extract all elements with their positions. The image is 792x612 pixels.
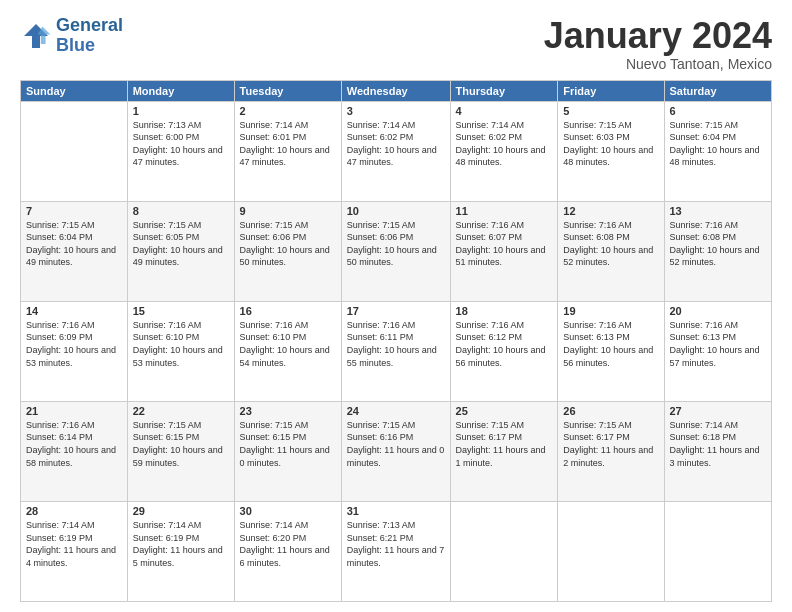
day-number: 5 bbox=[563, 105, 658, 117]
col-wednesday: Wednesday bbox=[341, 80, 450, 101]
calendar-cell: 9Sunrise: 7:15 AMSunset: 6:06 PMDaylight… bbox=[234, 201, 341, 301]
day-number: 22 bbox=[133, 405, 229, 417]
day-number: 29 bbox=[133, 505, 229, 517]
calendar-cell: 8Sunrise: 7:15 AMSunset: 6:05 PMDaylight… bbox=[127, 201, 234, 301]
day-number: 7 bbox=[26, 205, 122, 217]
day-info: Sunrise: 7:15 AMSunset: 6:04 PMDaylight:… bbox=[26, 219, 122, 269]
day-number: 13 bbox=[670, 205, 767, 217]
day-number: 6 bbox=[670, 105, 767, 117]
calendar-cell: 25Sunrise: 7:15 AMSunset: 6:17 PMDayligh… bbox=[450, 401, 558, 501]
day-info: Sunrise: 7:15 AMSunset: 6:15 PMDaylight:… bbox=[133, 419, 229, 469]
day-info: Sunrise: 7:15 AMSunset: 6:06 PMDaylight:… bbox=[240, 219, 336, 269]
day-info: Sunrise: 7:16 AMSunset: 6:08 PMDaylight:… bbox=[563, 219, 658, 269]
day-info: Sunrise: 7:14 AMSunset: 6:19 PMDaylight:… bbox=[26, 519, 122, 569]
calendar-cell: 28Sunrise: 7:14 AMSunset: 6:19 PMDayligh… bbox=[21, 501, 128, 601]
day-number: 15 bbox=[133, 305, 229, 317]
day-number: 30 bbox=[240, 505, 336, 517]
day-info: Sunrise: 7:16 AMSunset: 6:10 PMDaylight:… bbox=[133, 319, 229, 369]
calendar-cell: 21Sunrise: 7:16 AMSunset: 6:14 PMDayligh… bbox=[21, 401, 128, 501]
day-number: 20 bbox=[670, 305, 767, 317]
day-info: Sunrise: 7:14 AMSunset: 6:02 PMDaylight:… bbox=[347, 119, 445, 169]
day-info: Sunrise: 7:15 AMSunset: 6:16 PMDaylight:… bbox=[347, 419, 445, 469]
day-number: 26 bbox=[563, 405, 658, 417]
calendar-cell: 4Sunrise: 7:14 AMSunset: 6:02 PMDaylight… bbox=[450, 101, 558, 201]
calendar-cell: 27Sunrise: 7:14 AMSunset: 6:18 PMDayligh… bbox=[664, 401, 772, 501]
month-title: January 2024 bbox=[544, 16, 772, 56]
logo-line1: General bbox=[56, 15, 123, 35]
day-info: Sunrise: 7:16 AMSunset: 6:10 PMDaylight:… bbox=[240, 319, 336, 369]
calendar-cell bbox=[558, 501, 664, 601]
calendar-cell: 5Sunrise: 7:15 AMSunset: 6:03 PMDaylight… bbox=[558, 101, 664, 201]
day-number: 24 bbox=[347, 405, 445, 417]
day-number: 2 bbox=[240, 105, 336, 117]
calendar-cell: 6Sunrise: 7:15 AMSunset: 6:04 PMDaylight… bbox=[664, 101, 772, 201]
col-saturday: Saturday bbox=[664, 80, 772, 101]
calendar-cell: 12Sunrise: 7:16 AMSunset: 6:08 PMDayligh… bbox=[558, 201, 664, 301]
day-info: Sunrise: 7:15 AMSunset: 6:03 PMDaylight:… bbox=[563, 119, 658, 169]
col-tuesday: Tuesday bbox=[234, 80, 341, 101]
calendar-cell: 24Sunrise: 7:15 AMSunset: 6:16 PMDayligh… bbox=[341, 401, 450, 501]
day-number: 8 bbox=[133, 205, 229, 217]
calendar-week-0: 1Sunrise: 7:13 AMSunset: 6:00 PMDaylight… bbox=[21, 101, 772, 201]
calendar-cell: 3Sunrise: 7:14 AMSunset: 6:02 PMDaylight… bbox=[341, 101, 450, 201]
calendar-cell: 16Sunrise: 7:16 AMSunset: 6:10 PMDayligh… bbox=[234, 301, 341, 401]
day-info: Sunrise: 7:16 AMSunset: 6:09 PMDaylight:… bbox=[26, 319, 122, 369]
day-number: 28 bbox=[26, 505, 122, 517]
calendar-cell: 1Sunrise: 7:13 AMSunset: 6:00 PMDaylight… bbox=[127, 101, 234, 201]
calendar-cell: 22Sunrise: 7:15 AMSunset: 6:15 PMDayligh… bbox=[127, 401, 234, 501]
calendar-week-4: 28Sunrise: 7:14 AMSunset: 6:19 PMDayligh… bbox=[21, 501, 772, 601]
day-number: 17 bbox=[347, 305, 445, 317]
calendar-cell: 2Sunrise: 7:14 AMSunset: 6:01 PMDaylight… bbox=[234, 101, 341, 201]
day-info: Sunrise: 7:14 AMSunset: 6:19 PMDaylight:… bbox=[133, 519, 229, 569]
day-info: Sunrise: 7:15 AMSunset: 6:17 PMDaylight:… bbox=[563, 419, 658, 469]
calendar-cell: 14Sunrise: 7:16 AMSunset: 6:09 PMDayligh… bbox=[21, 301, 128, 401]
title-block: January 2024 Nuevo Tantoan, Mexico bbox=[544, 16, 772, 72]
day-info: Sunrise: 7:15 AMSunset: 6:06 PMDaylight:… bbox=[347, 219, 445, 269]
calendar-cell: 26Sunrise: 7:15 AMSunset: 6:17 PMDayligh… bbox=[558, 401, 664, 501]
day-info: Sunrise: 7:16 AMSunset: 6:13 PMDaylight:… bbox=[670, 319, 767, 369]
calendar-cell bbox=[21, 101, 128, 201]
day-number: 9 bbox=[240, 205, 336, 217]
calendar-week-1: 7Sunrise: 7:15 AMSunset: 6:04 PMDaylight… bbox=[21, 201, 772, 301]
calendar-cell: 11Sunrise: 7:16 AMSunset: 6:07 PMDayligh… bbox=[450, 201, 558, 301]
day-number: 25 bbox=[456, 405, 553, 417]
day-info: Sunrise: 7:16 AMSunset: 6:11 PMDaylight:… bbox=[347, 319, 445, 369]
col-thursday: Thursday bbox=[450, 80, 558, 101]
day-number: 4 bbox=[456, 105, 553, 117]
day-number: 3 bbox=[347, 105, 445, 117]
day-info: Sunrise: 7:15 AMSunset: 6:17 PMDaylight:… bbox=[456, 419, 553, 469]
day-number: 16 bbox=[240, 305, 336, 317]
calendar-cell: 13Sunrise: 7:16 AMSunset: 6:08 PMDayligh… bbox=[664, 201, 772, 301]
header: General Blue January 2024 Nuevo Tantoan,… bbox=[20, 16, 772, 72]
calendar-table: Sunday Monday Tuesday Wednesday Thursday… bbox=[20, 80, 772, 602]
day-info: Sunrise: 7:13 AMSunset: 6:21 PMDaylight:… bbox=[347, 519, 445, 569]
calendar-cell: 29Sunrise: 7:14 AMSunset: 6:19 PMDayligh… bbox=[127, 501, 234, 601]
day-info: Sunrise: 7:14 AMSunset: 6:01 PMDaylight:… bbox=[240, 119, 336, 169]
calendar-cell bbox=[450, 501, 558, 601]
calendar-cell: 31Sunrise: 7:13 AMSunset: 6:21 PMDayligh… bbox=[341, 501, 450, 601]
calendar-cell: 18Sunrise: 7:16 AMSunset: 6:12 PMDayligh… bbox=[450, 301, 558, 401]
logo-icon bbox=[20, 20, 52, 52]
subtitle: Nuevo Tantoan, Mexico bbox=[544, 56, 772, 72]
calendar-week-2: 14Sunrise: 7:16 AMSunset: 6:09 PMDayligh… bbox=[21, 301, 772, 401]
day-info: Sunrise: 7:16 AMSunset: 6:07 PMDaylight:… bbox=[456, 219, 553, 269]
calendar-cell: 10Sunrise: 7:15 AMSunset: 6:06 PMDayligh… bbox=[341, 201, 450, 301]
day-number: 10 bbox=[347, 205, 445, 217]
day-number: 1 bbox=[133, 105, 229, 117]
day-info: Sunrise: 7:15 AMSunset: 6:05 PMDaylight:… bbox=[133, 219, 229, 269]
calendar-cell: 15Sunrise: 7:16 AMSunset: 6:10 PMDayligh… bbox=[127, 301, 234, 401]
day-info: Sunrise: 7:16 AMSunset: 6:08 PMDaylight:… bbox=[670, 219, 767, 269]
logo: General Blue bbox=[20, 16, 123, 56]
calendar-cell: 23Sunrise: 7:15 AMSunset: 6:15 PMDayligh… bbox=[234, 401, 341, 501]
day-number: 11 bbox=[456, 205, 553, 217]
calendar-cell: 19Sunrise: 7:16 AMSunset: 6:13 PMDayligh… bbox=[558, 301, 664, 401]
day-info: Sunrise: 7:14 AMSunset: 6:20 PMDaylight:… bbox=[240, 519, 336, 569]
logo-line2: Blue bbox=[56, 35, 95, 55]
day-info: Sunrise: 7:16 AMSunset: 6:13 PMDaylight:… bbox=[563, 319, 658, 369]
calendar-cell bbox=[664, 501, 772, 601]
day-info: Sunrise: 7:13 AMSunset: 6:00 PMDaylight:… bbox=[133, 119, 229, 169]
calendar-cell: 7Sunrise: 7:15 AMSunset: 6:04 PMDaylight… bbox=[21, 201, 128, 301]
calendar-cell: 17Sunrise: 7:16 AMSunset: 6:11 PMDayligh… bbox=[341, 301, 450, 401]
calendar-week-3: 21Sunrise: 7:16 AMSunset: 6:14 PMDayligh… bbox=[21, 401, 772, 501]
col-sunday: Sunday bbox=[21, 80, 128, 101]
